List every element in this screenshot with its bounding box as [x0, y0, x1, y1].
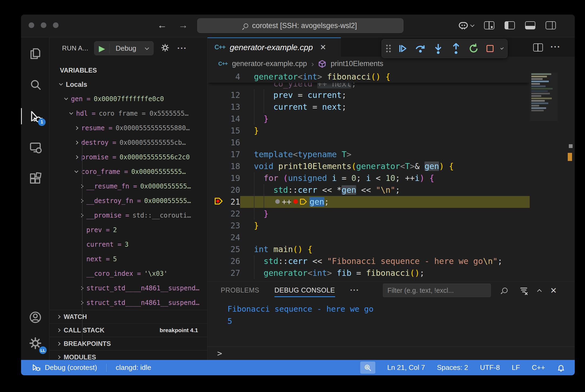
- tree-row-current[interactable]: current =3: [50, 237, 207, 252]
- sidebar-item-search[interactable]: [21, 72, 49, 98]
- sidebar-item-explorer[interactable]: [21, 41, 49, 67]
- tree-row-promise[interactable]: promise =0x000055555556c2c0: [50, 150, 207, 164]
- gutter[interactable]: [213, 89, 227, 101]
- close-panel-icon[interactable]: ✕: [550, 286, 557, 295]
- line-content[interactable]: int main() {: [240, 243, 530, 255]
- gutter[interactable]: [213, 113, 227, 125]
- chevron-right-icon[interactable]: [80, 199, 83, 203]
- gutter[interactable]: [213, 125, 227, 137]
- line-content[interactable]: void print10Elements(generator<T>& gen) …: [240, 160, 530, 172]
- debug-configuration-dropdown[interactable]: ▶ Debug: [94, 41, 154, 55]
- code-line-18[interactable]: 18void print10Elements(generator<T>& gen…: [208, 160, 530, 172]
- chevron-down-icon[interactable]: [74, 169, 78, 173]
- chevron-right-icon[interactable]: [74, 126, 78, 130]
- gutter[interactable]: [213, 172, 227, 184]
- debug-console-input[interactable]: >: [208, 346, 575, 360]
- code-line-21[interactable]: 21++gen;: [208, 196, 530, 208]
- breakpoint-gutter-icon[interactable]: [213, 196, 227, 208]
- code-line-27[interactable]: 27generator<int> fib = fibonacci();: [208, 267, 530, 279]
- inline-breakpoint-icon[interactable]: [293, 199, 298, 204]
- section-watch[interactable]: WATCH: [50, 310, 207, 323]
- line-content[interactable]: generator<int> fibonacci() {: [240, 71, 530, 83]
- line-content[interactable]: ++gen;: [240, 196, 530, 208]
- toolbar-drag-handle[interactable]: [386, 45, 391, 52]
- filter-lines-icon[interactable]: [519, 286, 529, 295]
- tree-row-Locals[interactable]: Locals: [50, 77, 207, 92]
- code-line-12[interactable]: 12prev = current;: [208, 89, 530, 101]
- tree-row-next[interactable]: next =5: [50, 252, 207, 266]
- tree-row-destroy[interactable]: destroy =0x000055555555cb…: [50, 135, 207, 150]
- line-content[interactable]: }: [240, 125, 530, 137]
- chevron-right-icon[interactable]: [80, 286, 83, 290]
- gutter[interactable]: [213, 101, 227, 113]
- tree-row-__coro_index[interactable]: __coro_index ='\x03': [50, 266, 207, 281]
- code-line-13[interactable]: 13current = next;: [208, 101, 530, 113]
- chevron-right-icon[interactable]: [74, 155, 78, 159]
- toggle-panel-button[interactable]: [525, 21, 535, 29]
- line-content[interactable]: }: [240, 208, 530, 220]
- gutter[interactable]: [213, 71, 227, 83]
- inline-breakpoint-candidate-icon[interactable]: [275, 199, 280, 204]
- line-content[interactable]: std::cerr << *gen << "\n";: [240, 184, 530, 196]
- editor-more-actions-icon[interactable]: ···: [550, 42, 561, 52]
- gutter[interactable]: [213, 149, 227, 160]
- code-line-15[interactable]: 15}: [208, 125, 530, 137]
- code-line-20[interactable]: 20std::cerr << *gen << "\n";: [208, 184, 530, 196]
- maximize-panel-icon[interactable]: [537, 289, 542, 294]
- debug-toolbar-chevron-icon[interactable]: [500, 46, 504, 49]
- breadcrumb-symbol[interactable]: print10Elements: [331, 60, 383, 68]
- line-content[interactable]: [240, 232, 530, 243]
- chevron-down-icon[interactable]: [59, 82, 63, 85]
- chevron-right-icon[interactable]: [80, 214, 83, 217]
- tree-row-hdl[interactable]: hdl =coro frame = 0x5555555…: [50, 106, 207, 121]
- code-line-23[interactable]: 23}: [208, 220, 530, 232]
- tree-row-resume[interactable]: resume =0x0000555555555880…: [50, 121, 207, 135]
- sidebar-item-settings[interactable]: LL: [21, 330, 49, 356]
- customize-layout-button[interactable]: [484, 21, 494, 29]
- code-line-26[interactable]: 26std::cerr << "Fibonacci sequence - her…: [208, 255, 530, 267]
- minimap[interactable]: [530, 73, 558, 121]
- status-cursor-position[interactable]: Ln 21, Col 7: [387, 363, 425, 372]
- split-editor-button[interactable]: [533, 43, 543, 51]
- step-over-button[interactable]: [415, 43, 426, 54]
- gutter[interactable]: [213, 267, 227, 279]
- section-callstack[interactable]: CALL STACKbreakpoint 4.1: [50, 323, 207, 337]
- close-window-button[interactable]: [29, 22, 34, 28]
- screencast-zoom-indicator[interactable]: [360, 362, 375, 374]
- tab-generator-example[interactable]: C++ generator-example.cpp ✕: [208, 37, 341, 57]
- tree-row-coro_frame[interactable]: coro_frame =0x00005555555…: [50, 164, 207, 179]
- code-line-19[interactable]: 19for (unsigned i = 0; i < 10; ++i) {: [208, 172, 530, 184]
- status-language[interactable]: C++: [532, 363, 545, 372]
- tab-debug-console[interactable]: DEBUG CONSOLE: [274, 281, 335, 299]
- line-content[interactable]: co_yield ++ next;: [240, 83, 530, 89]
- sidebar-item-run-debug[interactable]: 1: [21, 103, 49, 129]
- line-content[interactable]: for (unsigned i = 0; i < 10; ++i) {: [240, 172, 530, 184]
- chevron-right-icon[interactable]: [80, 301, 83, 305]
- line-content[interactable]: std::cerr << "Fibonacci sequence - here …: [240, 255, 530, 267]
- navigate-forward-icon[interactable]: →: [178, 19, 188, 31]
- chevron-down-icon[interactable]: [64, 96, 68, 100]
- gutter[interactable]: [213, 232, 227, 243]
- gutter[interactable]: [213, 160, 227, 172]
- code-line-4[interactable]: 4generator<int> fibonacci() {: [208, 71, 530, 83]
- chevron-right-icon[interactable]: [80, 184, 83, 188]
- section-modules[interactable]: MODULES: [50, 350, 207, 360]
- notifications-bell-icon[interactable]: [557, 364, 565, 372]
- code-line-16[interactable]: 16: [208, 137, 530, 149]
- breadcrumb-file[interactable]: generator-example.cpp: [232, 60, 307, 68]
- close-tab-icon[interactable]: ✕: [320, 43, 326, 52]
- tree-row-struct_std____n4861__suspend[interactable]: struct_std____n4861__suspend…: [50, 281, 207, 295]
- sidebar-item-remote-explorer[interactable]: [21, 135, 49, 160]
- navigate-back-icon[interactable]: ←: [157, 19, 167, 31]
- sidebar-item-accounts[interactable]: [21, 304, 49, 330]
- line-content[interactable]: [240, 137, 530, 149]
- code-line-17[interactable]: 17template<typename T>: [208, 149, 530, 160]
- toggle-secondary-sidebar-button[interactable]: [546, 21, 556, 29]
- step-out-button[interactable]: [451, 43, 461, 54]
- chevron-right-icon[interactable]: [74, 141, 78, 145]
- chevron-down-icon[interactable]: [69, 111, 73, 115]
- panel-more-tabs-icon[interactable]: ···: [350, 286, 359, 294]
- sidebar-item-extensions[interactable]: [21, 166, 49, 192]
- gutter[interactable]: [213, 208, 227, 220]
- continue-button[interactable]: [398, 43, 408, 54]
